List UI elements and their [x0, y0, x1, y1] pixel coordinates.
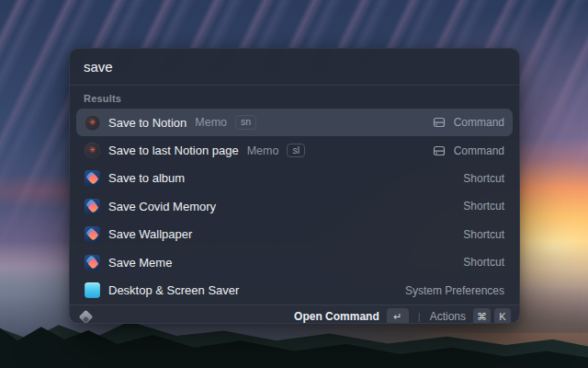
results-section-header: Results [70, 86, 519, 107]
footer-divider: | [418, 311, 421, 322]
results-list: ✳ Save to Notion Memo sn Command ✳ Save … [70, 107, 519, 305]
footer-bar: Open Command ↵ | Actions ⌘ K [70, 305, 519, 324]
result-subtitle: Memo [247, 144, 279, 157]
result-row-save-to-last-notion-page[interactable]: ✳ Save to last Notion page Memo sl Comma… [76, 136, 513, 164]
raycast-logo-icon [79, 309, 94, 324]
memo-extension-icon: ✳ [85, 143, 100, 158]
search-bar [70, 49, 519, 86]
alias-badge: sn [235, 115, 256, 130]
result-type-label: Command [454, 144, 504, 157]
k-key-badge: K [494, 308, 511, 324]
search-input[interactable] [84, 59, 505, 75]
desktop-preferences-icon [85, 282, 100, 298]
result-row-desktop-screen-saver[interactable]: Desktop & Screen Saver System Preference… [76, 276, 513, 304]
launcher-window: Results ✳ Save to Notion Memo sn Command… [69, 48, 520, 324]
alias-badge: sl [287, 144, 305, 158]
result-type-label: System Preferences [405, 284, 504, 297]
result-subtitle: Memo [195, 116, 227, 129]
result-title: Save to Notion [108, 116, 187, 130]
result-row-save-meme[interactable]: Save Meme Shortcut [76, 248, 513, 276]
shortcuts-app-icon [85, 255, 100, 270]
result-title: Desktop & Screen Saver [108, 283, 239, 297]
result-title: Save Wallpaper [108, 227, 192, 241]
result-row-save-to-album[interactable]: Save to album Shortcut [76, 165, 513, 192]
actions-button[interactable]: Actions [430, 310, 466, 323]
result-type-label: Shortcut [463, 172, 504, 185]
result-title: Save to last Notion page [108, 144, 239, 157]
result-row-save-wallpaper[interactable]: Save Wallpaper Shortcut [76, 221, 513, 248]
memo-extension-icon: ✳ [85, 115, 100, 131]
result-row-save-to-notion[interactable]: ✳ Save to Notion Memo sn Command [76, 109, 513, 136]
result-title: Save to album [108, 171, 185, 185]
shortcuts-app-icon [85, 170, 100, 186]
result-type-label: Shortcut [463, 256, 504, 269]
result-type-label: Shortcut [463, 200, 504, 213]
cmd-key-badge: ⌘ [473, 308, 491, 324]
result-type-label: Command [454, 116, 504, 129]
shortcuts-app-icon [85, 199, 100, 214]
result-title: Save Meme [108, 256, 172, 270]
return-key-badge: ↵ [387, 308, 409, 324]
command-type-icon [433, 144, 446, 157]
command-type-icon [433, 116, 446, 129]
result-row-save-covid-memory[interactable]: Save Covid Memory Shortcut [76, 192, 513, 220]
shortcuts-app-icon [85, 226, 100, 242]
result-title: Save Covid Memory [108, 200, 216, 213]
result-type-label: Shortcut [463, 228, 504, 241]
open-command-button[interactable]: Open Command [294, 310, 379, 323]
